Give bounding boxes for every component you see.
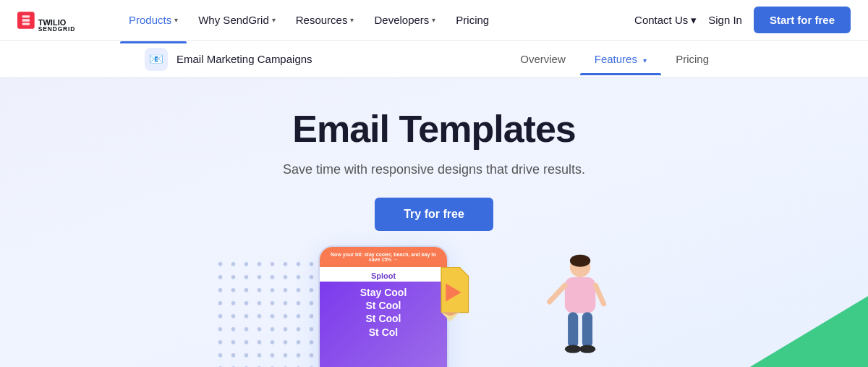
nav-resources-label: Resources xyxy=(296,14,348,26)
sub-nav-title: Email Marketing Campaigns xyxy=(176,53,312,65)
contact-chevron: ▾ xyxy=(691,14,697,27)
try-free-button[interactable]: Try for free xyxy=(375,198,493,231)
sub-nav: 📧 Email Marketing Campaigns Overview Fea… xyxy=(0,41,868,78)
svg-line-12 xyxy=(550,285,565,302)
hero-illustration: Now your bit: stay cooler, beach, and ka… xyxy=(217,245,651,367)
sub-nav-left: 📧 Email Marketing Campaigns xyxy=(145,48,506,71)
contact-us-button[interactable]: Contact Us ▾ xyxy=(634,14,697,27)
green-triangle xyxy=(723,296,868,367)
svg-rect-14 xyxy=(568,312,578,348)
svg-line-13 xyxy=(595,285,603,304)
phone-big-text: Stay CoolSt CoolSt CoolSt Col xyxy=(326,286,441,339)
phone-mockup: Now your bit: stay cooler, beach, and ka… xyxy=(318,245,448,367)
sub-nav-features-label: Features xyxy=(595,53,637,65)
sub-nav-emoji: 📧 xyxy=(149,52,163,66)
nav-pricing[interactable]: Pricing xyxy=(447,9,498,30)
navbar: TWILIO SENDGRID Products ▾ Why SendGrid … xyxy=(0,0,868,41)
svg-point-16 xyxy=(565,345,582,353)
sub-nav-features[interactable]: Features ▾ xyxy=(580,43,661,75)
hero-section: Email Templates Save time with responsiv… xyxy=(0,78,868,367)
sub-nav-pricing-label: Pricing xyxy=(676,53,709,65)
nav-developers-chevron: ▾ xyxy=(432,16,435,24)
phone-brand: Sploot xyxy=(320,267,447,282)
nav-products-label: Products xyxy=(129,14,171,26)
nav-pricing-label: Pricing xyxy=(456,14,489,26)
nav-developers-label: Developers xyxy=(374,14,429,26)
svg-marker-18 xyxy=(723,296,868,367)
nav-products-chevron: ▾ xyxy=(174,16,178,24)
phone-header-text: Now your bit: stay cooler, beach, and ka… xyxy=(326,252,441,262)
navbar-right: Contact Us ▾ Sign In Start for free xyxy=(634,7,851,33)
contact-us-label: Contact Us xyxy=(634,14,688,26)
nav-developers[interactable]: Developers ▾ xyxy=(365,9,444,30)
hero-title: Email Templates xyxy=(17,107,851,151)
svg-rect-15 xyxy=(582,312,592,348)
svg-rect-11 xyxy=(565,277,596,313)
nav-why-chevron: ▾ xyxy=(272,16,276,24)
svg-point-17 xyxy=(579,345,596,353)
phone-header-bar: Now your bit: stay cooler, beach, and ka… xyxy=(320,247,447,267)
hero-subtitle: Save time with responsive designs that d… xyxy=(17,162,851,177)
nav-resources-chevron: ▾ xyxy=(350,16,354,24)
sub-nav-icon: 📧 xyxy=(145,48,168,71)
nav-why-sendgrid-label: Why SendGrid xyxy=(198,14,269,26)
sub-nav-links: Overview Features ▾ Pricing xyxy=(506,43,723,75)
nav-products[interactable]: Products ▾ xyxy=(120,9,187,30)
main-nav: Products ▾ Why SendGrid ▾ Resources ▾ De… xyxy=(120,9,634,30)
nav-resources[interactable]: Resources ▾ xyxy=(287,9,363,30)
sign-in-link[interactable]: Sign In xyxy=(708,14,742,26)
svg-text:SENDGRID: SENDGRID xyxy=(38,25,75,32)
sub-nav-features-chevron: ▾ xyxy=(643,56,647,64)
logo[interactable]: TWILIO SENDGRID xyxy=(17,9,97,32)
sub-nav-overview-label: Overview xyxy=(520,53,566,65)
character-illustration xyxy=(542,253,608,367)
start-free-button[interactable]: Start for free xyxy=(754,7,851,33)
sub-nav-pricing[interactable]: Pricing xyxy=(661,43,723,75)
nav-why-sendgrid[interactable]: Why SendGrid ▾ xyxy=(190,9,284,30)
svg-point-10 xyxy=(570,255,590,267)
sub-nav-overview[interactable]: Overview xyxy=(506,43,580,75)
pencil-icon xyxy=(430,267,470,321)
